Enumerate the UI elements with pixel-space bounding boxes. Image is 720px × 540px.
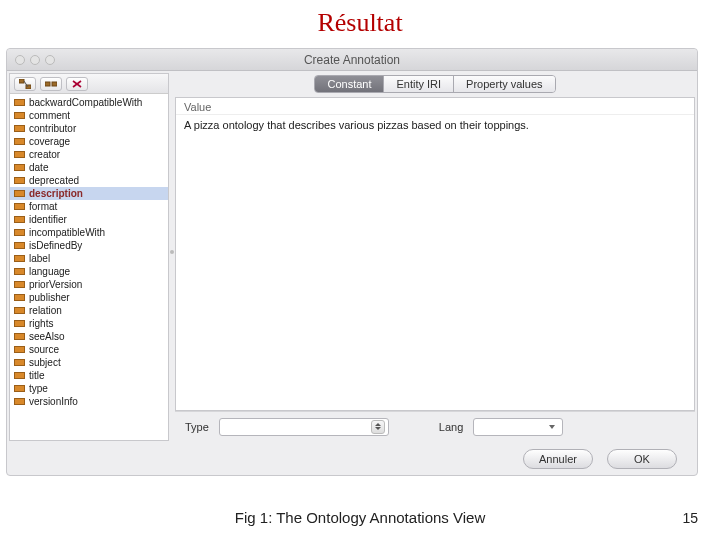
titlebar: Create Annotation [7, 49, 697, 71]
property-icon [14, 372, 25, 379]
lang-label: Lang [439, 421, 463, 433]
property-icon [14, 398, 25, 405]
svg-rect-3 [45, 82, 50, 86]
property-item[interactable]: publisher [10, 291, 168, 304]
delete-button[interactable] [66, 77, 88, 91]
property-item-label: language [29, 266, 70, 277]
value-header: Value [176, 98, 694, 115]
splitter[interactable] [169, 71, 175, 443]
property-item-label: type [29, 383, 48, 394]
property-item[interactable]: type [10, 382, 168, 395]
property-item[interactable]: comment [10, 109, 168, 122]
property-icon [14, 164, 25, 171]
property-item[interactable]: label [10, 252, 168, 265]
tab-segmented-control: ConstantEntity IRIProperty values [314, 75, 555, 93]
property-icon [14, 281, 25, 288]
add-sibling-button[interactable] [14, 77, 36, 91]
property-item[interactable]: isDefinedBy [10, 239, 168, 252]
property-item-label: subject [29, 357, 61, 368]
property-item[interactable]: incompatibleWith [10, 226, 168, 239]
property-item[interactable]: versionInfo [10, 395, 168, 408]
property-icon [14, 346, 25, 353]
property-item[interactable]: backwardCompatibleWith [10, 96, 168, 109]
type-combo[interactable] [219, 418, 389, 436]
property-item[interactable]: language [10, 265, 168, 278]
bottom-fields: Type Lang [175, 411, 695, 441]
property-item-label: relation [29, 305, 62, 316]
property-item[interactable]: contributor [10, 122, 168, 135]
property-icon [14, 359, 25, 366]
tab-entity-iri[interactable]: Entity IRI [384, 76, 454, 92]
property-icon [14, 125, 25, 132]
property-icon [14, 294, 25, 301]
tab-row: ConstantEntity IRIProperty values [175, 73, 695, 95]
svg-rect-4 [52, 82, 57, 86]
property-item[interactable]: relation [10, 304, 168, 317]
window-body: backwardCompatibleWithcommentcontributor… [7, 71, 697, 475]
property-item-label: label [29, 253, 50, 264]
property-item-label: identifier [29, 214, 67, 225]
property-item[interactable]: description [10, 187, 168, 200]
property-item-label: source [29, 344, 59, 355]
property-toolbar [10, 74, 168, 94]
property-item-label: incompatibleWith [29, 227, 105, 238]
property-list[interactable]: backwardCompatibleWithcommentcontributor… [10, 94, 168, 440]
button-bar: Annuler OK [7, 443, 697, 475]
property-item[interactable]: title [10, 369, 168, 382]
property-icon [14, 255, 25, 262]
chevron-down-icon [545, 420, 559, 434]
property-item[interactable]: rights [10, 317, 168, 330]
property-icon [14, 190, 25, 197]
property-item[interactable]: coverage [10, 135, 168, 148]
page-number: 15 [682, 510, 698, 526]
property-item[interactable]: identifier [10, 213, 168, 226]
property-icon [14, 138, 25, 145]
property-item[interactable]: source [10, 343, 168, 356]
property-item[interactable]: priorVersion [10, 278, 168, 291]
property-item-label: rights [29, 318, 53, 329]
property-item[interactable]: subject [10, 356, 168, 369]
updown-icon [371, 420, 385, 434]
property-icon [14, 177, 25, 184]
property-icon [14, 229, 25, 236]
value-text[interactable]: A pizza ontology that describes various … [176, 115, 694, 135]
property-item[interactable]: creator [10, 148, 168, 161]
property-icon [14, 333, 25, 340]
property-item[interactable]: format [10, 200, 168, 213]
property-item-label: publisher [29, 292, 70, 303]
splitter-grip-icon [170, 250, 174, 254]
property-item-label: isDefinedBy [29, 240, 82, 251]
property-item-label: backwardCompatibleWith [29, 97, 142, 108]
tab-constant[interactable]: Constant [315, 76, 384, 92]
property-icon [14, 112, 25, 119]
property-item-label: title [29, 370, 45, 381]
property-item-label: deprecated [29, 175, 79, 186]
property-icon [14, 242, 25, 249]
property-item[interactable]: date [10, 161, 168, 174]
property-item-label: contributor [29, 123, 76, 134]
content-row: backwardCompatibleWithcommentcontributor… [7, 71, 697, 443]
type-label: Type [185, 421, 209, 433]
ok-button[interactable]: OK [607, 449, 677, 469]
property-icon [14, 307, 25, 314]
property-item-label: format [29, 201, 57, 212]
property-item[interactable]: seeAlso [10, 330, 168, 343]
property-icon [14, 268, 25, 275]
property-item-label: creator [29, 149, 60, 160]
cancel-button[interactable]: Annuler [523, 449, 593, 469]
tab-property-values[interactable]: Property values [454, 76, 554, 92]
property-item-label: versionInfo [29, 396, 78, 407]
window-title: Create Annotation [7, 53, 697, 67]
property-icon [14, 99, 25, 106]
add-child-button[interactable] [40, 77, 62, 91]
property-item-label: description [29, 188, 83, 199]
dialog-window: Create Annotation backwardCompatibleWith… [6, 48, 698, 476]
property-item-label: comment [29, 110, 70, 121]
lang-combo[interactable] [473, 418, 563, 436]
svg-rect-0 [19, 79, 24, 83]
property-item-label: seeAlso [29, 331, 65, 342]
property-icon [14, 203, 25, 210]
property-item[interactable]: deprecated [10, 174, 168, 187]
slide-title: Résultat [0, 0, 720, 42]
value-area: Value A pizza ontology that describes va… [175, 97, 695, 411]
